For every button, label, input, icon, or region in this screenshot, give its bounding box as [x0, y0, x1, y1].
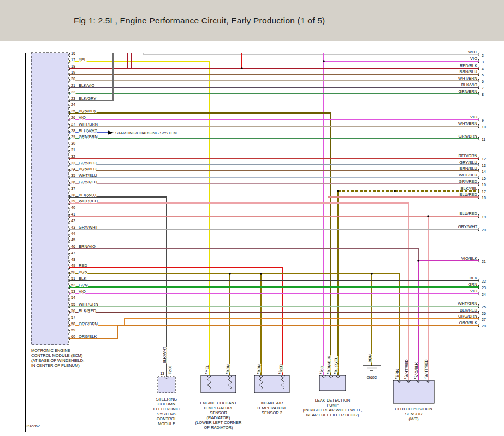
leak-detection-pump-wire-label: VIO — [320, 365, 324, 372]
wire-brn-blk — [69, 113, 331, 375]
ecm-pin-wire-label: GRY/RED — [79, 180, 98, 184]
right-wire-label: VIO — [470, 289, 477, 294]
ecm-pin-wire-label: BLK/RED — [79, 308, 97, 313]
ecm-pin-number: 33 — [71, 161, 75, 165]
right-wire-label: RED/GRN — [458, 153, 477, 158]
ecm-pin-wire-label: BLK/VIO — [79, 83, 94, 88]
right-wire-label: WHT — [468, 50, 477, 55]
right-terminal-number: 28 — [482, 324, 486, 328]
intake-air-temp-sensor-2-wire-label: BRN — [257, 364, 261, 372]
ecm-pin-wire-label: GRY/WHT — [79, 225, 98, 230]
steering-column-module-pin-number: 13 — [160, 372, 164, 375]
intake-air-temp-sensor-2-wire-label: RED — [279, 364, 283, 372]
junction-dot — [241, 67, 243, 69]
ecm-pin-bracket — [69, 240, 70, 244]
ecm-pin-wire-label: GRN — [79, 283, 88, 288]
ecm-pin-number: 45 — [71, 238, 75, 242]
ecm-pin-wire-label: WHT/BRN — [79, 122, 98, 127]
ecm-pin-bracket — [69, 297, 70, 302]
ground-label: G602 — [367, 375, 377, 380]
ecm-pin-wire-label: RED — [79, 263, 87, 268]
right-wire-label: ORG/BLK — [459, 320, 477, 325]
ecm-pin-wire-label: BLK/GRY — [79, 96, 96, 101]
clutch-position-sensor-wire-label: VIO/BLK — [414, 362, 418, 377]
ecm-pin-number: 49 — [71, 264, 75, 267]
right-wire-label: VIO/BLK — [461, 256, 477, 261]
ecm-pin-bracket — [69, 150, 70, 154]
ecm-pin-wire-label: VIO — [79, 115, 86, 120]
wiring-diagram: 1617YEL18192021BLK/VIO2223BLK/GRY2425BRN… — [0, 0, 504, 436]
page: Fig 1: 2.5L, Engine Performance Circuit,… — [0, 0, 504, 436]
ecm-pin-wire-label: WHT/RED — [79, 199, 98, 204]
engine-coolant-temp-sensor-wire-label: BRN — [226, 364, 230, 372]
junction-dot — [260, 273, 262, 275]
ecm-caption-line: IN CENTER OF PLENUM) — [31, 363, 80, 368]
steering-column-module-connector-label: F200 — [168, 366, 172, 374]
right-terminal-number: 17 — [482, 190, 486, 194]
ecm-pin-number: 50 — [71, 270, 75, 274]
ecm-pin-wire-label: BRN/BLK — [79, 109, 96, 114]
right-wire-label: WHT/BLU — [459, 172, 477, 177]
ecm-pin-number: 44 — [71, 231, 75, 235]
junction-dot — [427, 215, 429, 217]
ecm-pin-number: 47 — [71, 251, 75, 255]
junction-dot — [337, 190, 339, 192]
ecm-pin-number: 25 — [71, 109, 75, 113]
right-wire-label: WHT/BRN — [458, 76, 477, 81]
clutch-position-sensor-wire-label: BRN — [395, 369, 399, 377]
ecm-pin-bracket — [69, 143, 70, 147]
right-wire-label: GRN/BRN — [458, 89, 477, 94]
diagram-border — [25, 53, 503, 432]
ecm-pin-wire-label: BLU/WHT — [79, 128, 97, 133]
clutch-position-sensor-caption-line: (M/T) — [409, 416, 419, 421]
ecm-block — [31, 53, 68, 345]
ecm-pin-bracket — [69, 104, 70, 109]
steering-column-module-caption-line: MODULE — [158, 421, 175, 426]
ecm-pin-number: 37 — [71, 187, 75, 190]
intake-air-temp-sensor-2-caption-line: SENSOR 2 — [262, 410, 282, 415]
right-wire-label: BRN/BLU — [459, 166, 477, 171]
ecm-pin-number: 54 — [71, 296, 75, 300]
right-wire-label: BLK/YEL — [461, 186, 477, 191]
offpage-arrow-icon — [108, 131, 114, 135]
right-terminal-number: 5 — [482, 73, 484, 77]
leak-detection-pump-box — [319, 375, 346, 391]
engine-coolant-temp-sensor-wire-label: YEL — [205, 365, 209, 372]
ecm-pin-wire-label: WHT/GRN — [79, 302, 98, 307]
right-wire-label: BLK — [470, 276, 477, 280]
leak-detection-pump-caption-line: NEAR FUEL FILLER DOOR) — [306, 413, 359, 417]
ecm-pin-number: 42 — [71, 219, 75, 223]
right-terminal-number: 13 — [482, 164, 486, 168]
engine-coolant-temp-sensor-caption-line: (RADIATOR) — [206, 415, 230, 420]
right-terminal-number: 4 — [482, 67, 484, 71]
right-terminal-number: 20 — [482, 228, 486, 232]
ecm-pin-wire-label: BLK — [79, 276, 86, 281]
wire-org-brn — [69, 319, 479, 326]
ecm-pin-number: 60 — [71, 335, 75, 338]
right-terminal-number: 27 — [482, 318, 486, 321]
leak-detection-pump-wire-label: BRN/BLK — [327, 356, 331, 372]
ecm-pin-wire-label: BRN — [79, 270, 87, 274]
ecm-pin-wire-label: ORG/BRN — [79, 321, 98, 326]
ecm-pin-wire-label: VIO — [79, 289, 86, 294]
ground-wire-label: BRN — [368, 354, 372, 362]
ecm-pin-number: 32 — [71, 154, 75, 158]
wire-blk-gry — [69, 53, 113, 100]
leak-detection-pump-caption-line: (IN RIGHT REAR WHEELWELL, — [303, 408, 363, 413]
clutch-position-sensor-caption-line: CLUTCH POSITION — [395, 407, 432, 411]
right-wire-label: GRY/RED — [459, 179, 478, 184]
ecm-pin-number: 19 — [71, 70, 75, 74]
right-wire-label: BRN/BLU — [459, 69, 477, 74]
right-terminal-number: 3 — [482, 60, 484, 64]
engine-coolant-temp-sensor-caption-line: TEMPERATURE — [203, 405, 234, 410]
right-wire-label: VIO — [470, 115, 477, 120]
right-terminal-number: 23 — [482, 286, 486, 290]
right-terminal-number: 14 — [482, 170, 486, 174]
right-terminal-number: 25 — [482, 305, 486, 309]
wire-wht-red — [69, 203, 408, 380]
ecm-pin-bracket — [69, 253, 70, 257]
right-terminal-number: 8 — [482, 93, 484, 97]
ecm-pin-number: 30 — [71, 141, 75, 145]
right-wire-label: BLU/RED — [459, 192, 477, 197]
junction-dot — [417, 260, 419, 262]
